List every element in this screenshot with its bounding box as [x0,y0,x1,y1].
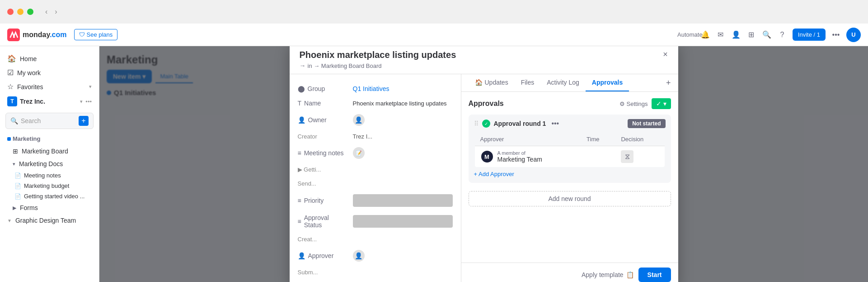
invite-button[interactable]: Invite / 1 [793,29,826,41]
sidebar-item-graphic-design[interactable]: ▼ Graphic Design Team [0,214,99,227]
close-button[interactable] [7,9,14,15]
priority-label-text: Priority [304,197,324,204]
board-area: Marketing New item ▾ Main Table Q1 Initi… [99,46,868,282]
detail-row-creator: Creator Trez I... [290,129,461,143]
add-new-round-button[interactable]: Add new round [469,191,671,206]
marketing-docs-label: Marketing Docs [19,160,63,167]
file-icon-3: 📄 [14,193,21,200]
more-options-icon[interactable]: ••• [831,30,841,40]
forward-button[interactable]: › [52,7,60,17]
sidebar-item-home[interactable]: 🏠 Home [0,52,99,66]
see-plans-button[interactable]: 🛡 See plans [74,29,118,40]
automate-button[interactable]: Automate [685,30,695,40]
item-details-panel: ⬤ Group Q1 Initiatives T Name [290,74,461,282]
marketing-dot [7,137,11,141]
add-approver-button[interactable]: + Add Approver [474,168,666,178]
modal-close-button[interactable]: × [659,48,672,61]
start-button[interactable]: Start [638,268,671,282]
bell-icon[interactable]: 🔔 [700,30,710,40]
round-more-icon[interactable]: ••• [551,119,559,128]
time-column-header: Time [581,132,615,146]
file-icon-2: 📄 [14,183,21,189]
help-icon[interactable]: ? [777,30,787,40]
name-label-text: Name [304,100,321,107]
approver-row: M A member of Marketing Team [474,146,665,168]
graphic-design-label: Graphic Design Team [15,217,76,224]
expand-icon: ▾ [13,161,15,167]
priority-label: ≡ Priority [298,197,347,204]
back-button[interactable]: ‹ [42,7,50,17]
approver-icon: 👤 [298,252,305,259]
sidebar-item-marketing-docs[interactable]: ▾ Marketing Docs [0,158,99,170]
minimize-button[interactable] [17,9,23,15]
approver-table-header-row: Approver Time Decision [474,132,665,146]
not-started-badge: Not started [628,119,665,128]
sidebar-item-favorites[interactable]: ☆ Favorites ▾ [0,80,99,94]
name-icon: T [298,100,302,107]
maximize-button[interactable] [27,9,33,15]
inbox-icon[interactable]: ✉ [716,30,726,40]
user-icon[interactable]: 👤 [731,30,741,40]
home-icon: 🏠 [7,54,16,63]
priority-value[interactable] [353,194,453,207]
send-label: Send... [298,180,347,187]
workspace-header[interactable]: T Trez Inc. ▾ ••• [0,94,99,109]
sidebar-item-meeting-notes[interactable]: 📄 Meeting notes [14,170,99,181]
checkmark-icon: ✓ [656,100,662,107]
see-plans-label: See plans [87,31,113,38]
detail-row-submit: Subm... [290,265,461,279]
top-nav: monday.com 🛡 See plans Automate 🔔 ✉ 👤 ⊞ … [0,24,868,46]
settings-icon: ⚙ [619,100,625,107]
graphic-design-icon: ▼ [7,218,12,223]
automate-label: Automate [677,31,703,38]
approvals-section-title: Approvals [469,100,504,108]
modal-subtitle-text: in → Marketing Board Board [308,62,382,69]
search-icon[interactable]: 🔍 [762,30,772,40]
check-button[interactable]: ✓ ▾ [652,98,671,109]
apply-template-button[interactable]: Apply template 📋 [582,271,634,278]
favorites-chevron-icon: ▾ [89,84,92,90]
tab-activity-log[interactable]: Activity Log [540,74,586,91]
workspace-chevron-icon: ▾ [80,99,83,105]
decision-cell: ⧖ [615,146,665,168]
marketing-budget-label: Marketing budget [24,182,69,189]
title-bar: ‹ › [0,0,868,24]
round-header: ⠿ ✓ Approval round 1 ••• Not started [474,119,666,128]
approval-status-value[interactable] [353,215,453,228]
search-box[interactable]: 🔍 Search + [5,113,94,129]
sidebar-favorites-label: Favorites [17,83,43,91]
meeting-notes-detail-label: ≡ Meeting notes [298,149,347,157]
user-avatar[interactable]: U [846,28,861,42]
owner-avatar[interactable]: 👤 [353,114,365,126]
workspace-more-icon[interactable]: ••• [85,98,92,105]
apps-icon[interactable]: ⊞ [746,30,756,40]
meeting-notes-detail-text: Meeting notes [304,149,344,157]
sidebar-item-marketing-board[interactable]: ⊞ Marketing Board [0,145,99,158]
approval-status-label: ≡ Approval Status [298,214,347,229]
drag-handle-icon[interactable]: ⠿ [474,120,479,127]
top-nav-right: Automate 🔔 ✉ 👤 ⊞ 🔍 ? Invite / 1 ••• U [685,28,861,42]
sidebar-item-marketing-budget[interactable]: 📄 Marketing budget [14,181,99,191]
detail-row-send: Send... [290,177,461,191]
tab-files[interactable]: Files [515,74,541,91]
add-tab-button[interactable]: + [666,78,671,88]
detail-row-getting: ▶ Getti... [290,163,461,177]
approver-label: 👤 Approver [298,252,347,259]
approvals-tab-label: Approvals [592,79,623,86]
sidebar-item-forms[interactable]: ▶ Forms [0,201,99,214]
detail-row-priority: ≡ Priority [290,191,461,210]
app-logo[interactable]: monday.com [7,29,67,41]
approver-value[interactable]: 👤 [353,250,365,262]
add-item-button[interactable]: + [79,116,89,126]
sidebar-item-my-work[interactable]: ☑ My work [0,66,99,80]
approvals-settings-button[interactable]: ⚙ Settings [619,100,648,107]
meeting-notes-value[interactable]: 📝 [353,147,365,159]
tab-updates[interactable]: 🏠 Updates [469,74,515,91]
owner-label-text: Owner [308,116,327,124]
modal: Phoenix marketplace listing updates → in… [290,46,678,282]
sidebar-item-getting-started[interactable]: 📄 Getting started video ... [14,191,99,201]
marketing-board-label: Marketing Board [22,148,68,155]
tab-approvals[interactable]: Approvals [586,74,629,91]
member-of-label: A member of [497,150,542,156]
creator-label: Creator [298,133,347,140]
